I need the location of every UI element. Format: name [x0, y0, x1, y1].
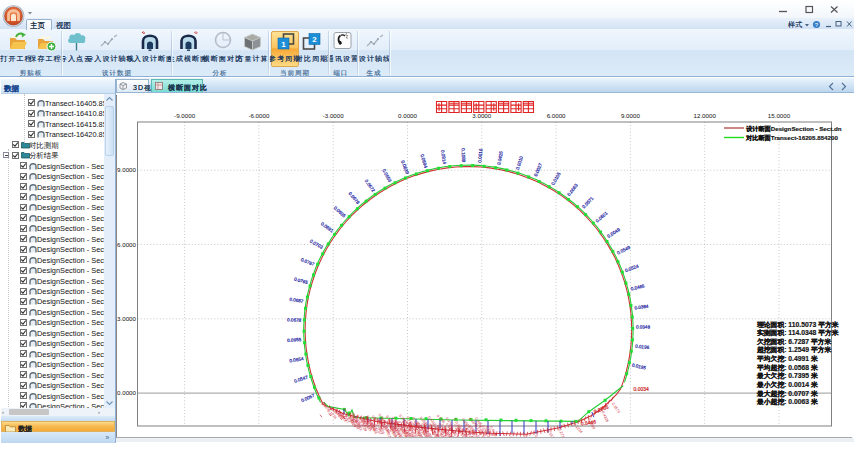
svg-text:0.0034: 0.0034	[634, 386, 650, 392]
svg-text:欠挖面积: 6.7287 平方米: 欠挖面积: 6.7287 平方米	[756, 338, 832, 346]
svg-text:6.0000: 6.0000	[117, 241, 136, 248]
svg-text:0.0000: 0.0000	[398, 112, 417, 119]
svg-text:实测面积: 114.0348 平方米: 实测面积: 114.0348 平方米	[757, 329, 839, 337]
svg-text:9.0000: 9.0000	[117, 166, 136, 173]
svg-text:3.0000: 3.0000	[117, 315, 136, 322]
svg-text:理论面积: 110.5073 平方米: 理论面积: 110.5073 平方米	[756, 321, 839, 329]
svg-text:平均超挖: 0.0568 米: 平均超挖: 0.0568 米	[756, 364, 818, 372]
svg-text:3.0000: 3.0000	[472, 112, 491, 119]
svg-text:对比断面Transect-16205.854200: 对比断面Transect-16205.854200	[745, 134, 838, 142]
svg-text:0.1089: 0.1089	[461, 148, 467, 163]
svg-text:-3.0000: -3.0000	[323, 112, 345, 119]
svg-text:9.0000: 9.0000	[621, 112, 640, 119]
svg-text:0.0000: 0.0000	[117, 389, 136, 396]
svg-text:0.0678: 0.0678	[287, 317, 302, 323]
svg-text:最小超挖: 0.0063 米: 最小超挖: 0.0063 米	[756, 398, 818, 406]
svg-text:平均欠挖: 0.4991 米: 平均欠挖: 0.4991 米	[756, 355, 818, 363]
svg-text:6.0000: 6.0000	[547, 112, 566, 119]
svg-text:-6.0000: -6.0000	[248, 112, 270, 119]
svg-text:0.0348: 0.0348	[636, 324, 651, 329]
svg-text:-9.0000: -9.0000	[174, 112, 196, 119]
svg-text:0.0955: 0.0955	[287, 337, 302, 343]
svg-text:1: 1	[281, 40, 286, 49]
svg-text:最大欠挖: 0.7395 米: 最大欠挖: 0.7395 米	[756, 372, 818, 380]
svg-text:超挖面积: 1.2549 平方米: 超挖面积: 1.2549 平方米	[757, 346, 832, 354]
svg-text:设计断面DesignSection - Sect.dn: 设计断面DesignSection - Sect.dn	[745, 125, 842, 133]
svg-text:最大超挖: 0.0707 米: 最大超挖: 0.0707 米	[756, 390, 818, 398]
svg-text:15.0000: 15.0000	[768, 112, 791, 119]
svg-text:2: 2	[312, 35, 317, 44]
svg-text:最小欠挖: 0.0014 米: 最小欠挖: 0.0014 米	[756, 381, 818, 389]
svg-text:12.0000: 12.0000	[694, 112, 717, 119]
